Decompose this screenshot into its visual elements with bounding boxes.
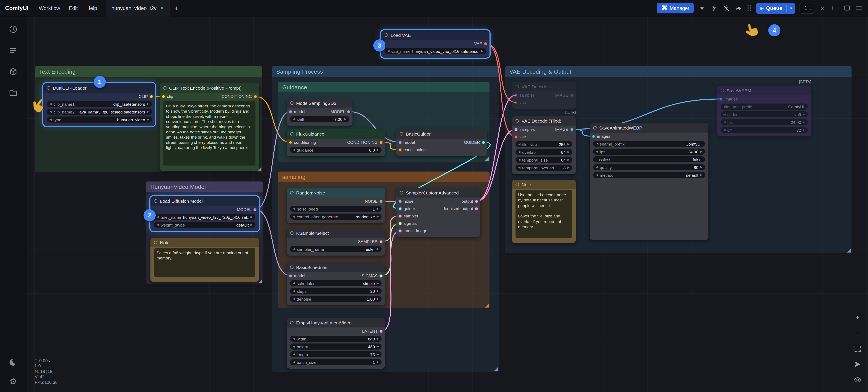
node-header[interactable]: KSamplerSelect [287,228,385,238]
output-slot-CONDITIONING[interactable]: CONDITIONING [222,94,259,99]
widget-codec[interactable]: ◀codecvp9▶ [721,111,808,118]
widget-lossless[interactable]: losslessfalse [593,156,705,162]
group-resize-handle[interactable] [494,367,498,371]
output-port-icon[interactable] [379,329,383,333]
output-slot-IMAGE[interactable]: IMAGE [555,127,576,132]
input-port-icon[interactable] [398,148,402,152]
input-port-icon[interactable] [514,135,518,138]
output-port-icon[interactable] [379,274,383,277]
decrement-icon[interactable]: ◀ [293,359,295,365]
theme-toggle-moon-icon[interactable] [8,357,18,367]
node-save_webm[interactable]: SaveWEBMimagesfilename_prefixComfyUI◀cod… [717,86,811,136]
zoom-out-button[interactable]: − [853,328,862,338]
decrement-icon[interactable]: ◀ [50,117,52,123]
node-basicscheduler[interactable]: BasicSchedulermodelSIGMAS◀schedulersimpl… [287,262,385,305]
output-slot-MODEL[interactable]: MODEL [237,207,259,212]
input-slot-noise[interactable]: noise [396,199,413,204]
node-header[interactable]: Load Diffusion Model [150,196,259,206]
output-slot-LATENT[interactable]: LATENT [362,329,385,333]
decrement-icon[interactable]: ◀ [50,101,52,107]
input-port-icon[interactable] [514,128,518,131]
decrement-icon[interactable]: ◀ [293,116,295,122]
increment-icon[interactable]: ▶ [377,359,379,365]
widget-type[interactable]: ◀typehunyuan_video▶ [47,117,152,123]
app-logo[interactable]: ComfyUI [0,5,34,11]
output-slot-CONDITIONING[interactable]: CONDITIONING [347,140,385,145]
node-vae_decode[interactable]: VAE DecodesamplesIMAGEvae [512,82,576,109]
node-clip_encode[interactable]: CLIP Text Encode (Positive Prompt)clipCO… [160,83,259,171]
manager-button[interactable]: Manager [657,3,694,13]
widget-filename_prefix[interactable]: filename_prefixComfyUI [593,141,705,147]
increment-icon[interactable]: ▶ [567,165,570,171]
widget-height[interactable]: ◀height480▶ [290,344,381,350]
share-icon[interactable] [735,4,742,12]
star-icon[interactable]: ★ [698,4,706,12]
output-port-icon[interactable] [482,140,485,144]
collapse-toggle-icon[interactable] [516,183,519,186]
batch-count-arrows[interactable]: ▴ ▾ [810,5,812,11]
main-menu-icon[interactable] [855,4,863,12]
node-vae_decode_tiled[interactable]: VAE Decode (Tiled)samplesIMAGEvae◀tile_s… [512,116,576,174]
decrement-icon[interactable]: ◀ [293,296,295,302]
collapse-toggle-icon[interactable] [154,199,157,203]
output-slot-NOISE[interactable]: NOISE [365,199,385,204]
collapse-toggle-icon[interactable] [290,265,293,269]
select-mode-button[interactable] [853,360,862,369]
menu-help[interactable]: Help [82,5,101,11]
input-slot-sigmas[interactable]: sigmas [396,221,417,226]
node-header[interactable]: BasicGuider [396,129,487,139]
increment-icon[interactable]: ▶ [700,149,702,155]
queue-run-button[interactable]: ▶ Queue [756,5,787,11]
collapse-toggle-icon[interactable] [400,191,403,194]
node-header[interactable]: Load VAE [381,30,490,40]
decrement-icon[interactable]: ◀ [723,111,725,118]
output-port-icon[interactable] [150,95,153,98]
decrement-icon[interactable]: ◀ [293,280,295,286]
decrement-icon[interactable]: ◀ [596,149,598,155]
input-port-icon[interactable] [289,140,292,144]
group-resize-handle[interactable] [847,249,851,253]
drag-grip-icon[interactable] [747,5,751,11]
widget-overlap[interactable]: ◀overlap64▶ [516,149,572,155]
increment-icon[interactable]: ▶ [377,288,379,294]
collapse-toggle-icon[interactable] [516,85,519,88]
widget-width[interactable]: ◀width848▶ [290,336,381,342]
widget-quality[interactable]: ◀quality80▶ [593,164,705,170]
input-slot-images[interactable]: images [717,97,738,101]
node-header[interactable]: VAE Decode (Tiled) [512,116,576,126]
input-port-icon[interactable] [514,93,518,97]
input-port-icon[interactable] [592,134,595,138]
widget-temporal_size[interactable]: ◀temporal_size64▶ [516,157,572,163]
input-slot-latent_image[interactable]: latent_image [396,228,427,233]
node-save_webp[interactable]: SaveAnimatedWEBPimagesfilename_prefixCom… [590,123,708,240]
output-slot-CLIP[interactable]: CLIP [139,94,155,99]
decrement-icon[interactable]: ◀ [293,336,295,342]
node-header[interactable]: BasicScheduler [287,262,385,272]
prompt-textarea[interactable]: On a busy Tokyo street, the camera desce… [163,101,256,166]
widget-crf[interactable]: ◀crf32▶ [721,127,808,133]
widget-noise_seed[interactable]: ◀noise_seed1▶ [290,206,381,212]
output-slot-SIGMAS[interactable]: SIGMAS [362,273,385,278]
toggle-visibility-button[interactable] [853,375,862,385]
widget-denoise[interactable]: ◀denoise1.00▶ [290,296,381,302]
node-note_vae[interactable]: NoteUse the tiled decode node by default… [512,180,576,243]
widget-weight_dtype[interactable]: ◀weight_dtypedefault▶ [154,222,255,228]
batch-count-stepper[interactable]: 1 ▴ ▾ [799,2,814,14]
increment-icon[interactable]: ▶ [567,141,570,147]
collapse-toggle-icon[interactable] [154,241,157,244]
output-port-icon[interactable] [379,140,383,144]
menu-workflow[interactable]: Workflow [34,5,64,11]
increment-icon[interactable]: ▶ [567,157,570,163]
node-sampler_custom[interactable]: SamplerCustomAdvancednoiseoutputguiderde… [396,188,480,237]
widget-method[interactable]: ◀methoddefault▶ [593,172,705,178]
input-port-icon[interactable] [398,207,402,210]
widget-shift[interactable]: ◀shift7.00▶ [290,116,349,122]
settings-gear-icon[interactable]: ⚙ [8,377,18,386]
decrement-icon[interactable]: ◀ [518,165,521,171]
output-slot-denoised_output[interactable]: denoised_output [442,206,480,211]
node-header[interactable]: VAE Decode [512,82,576,91]
node-load_diffusion[interactable]: Load Diffusion ModelMODEL◀unet_namehunyu… [150,196,259,231]
widget-clip_name1[interactable]: ◀clip_name1clip_l.safetensors▶ [47,101,152,107]
fit-view-button[interactable] [853,344,862,354]
node-header[interactable]: FluxGuidance [287,129,385,139]
